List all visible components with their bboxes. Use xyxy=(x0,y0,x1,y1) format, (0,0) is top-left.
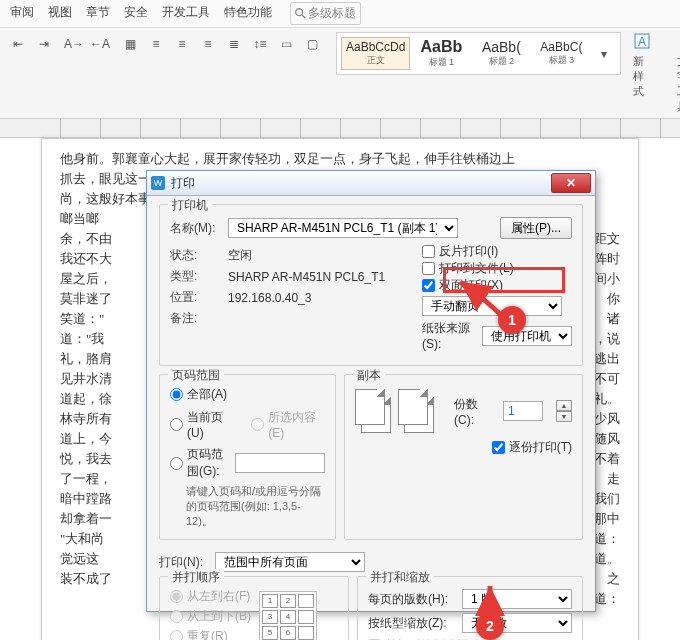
print-dialog: W 打印 ✕ 打印机 名称(M): SHARP AR-M451N PCL6_T1… xyxy=(146,170,596,612)
print-to-file-checkbox[interactable]: 打印到文件(L) xyxy=(422,260,572,277)
align-left-button[interactable]: ≡ xyxy=(144,32,168,56)
comment-label: 备注: xyxy=(170,310,222,327)
scale-label: 按纸型缩放(Z): xyxy=(368,615,456,632)
indent-left-button[interactable]: ⇤ xyxy=(6,32,30,56)
perpage-select[interactable]: 1 版 xyxy=(462,589,572,609)
align-right-button[interactable]: ≡ xyxy=(196,32,220,56)
style-h2[interactable]: AaBb(标题 2 xyxy=(472,36,530,71)
copies-input[interactable] xyxy=(503,401,543,421)
indent-right-button[interactable]: ⇥ xyxy=(32,32,56,56)
range-all-radio[interactable]: 全部(A) xyxy=(170,386,325,403)
style-gallery[interactable]: AaBbCcDd正文 AaBb标题 1 AaBb(标题 2 AaBbC(标题 3… xyxy=(336,32,621,75)
source-label: 纸张来源(S): xyxy=(422,320,476,351)
spin-down[interactable]: ▼ xyxy=(556,411,572,422)
range-selection-radio: 所选内容(E) xyxy=(251,409,325,440)
svg-line-1 xyxy=(302,15,305,18)
copies-legend: 副本 xyxy=(353,367,385,384)
collate-preview-a xyxy=(355,389,384,433)
reverse-checkbox[interactable]: 反片打印(I) xyxy=(422,243,572,260)
search-placeholder: 多级标题 xyxy=(308,3,356,24)
new-style-icon: A xyxy=(633,32,653,52)
paper-source-select[interactable]: 使用打印机设置 xyxy=(482,326,572,346)
order-preview: 123456 xyxy=(259,591,317,641)
range-current-radio[interactable]: 当前页(U) xyxy=(170,409,233,440)
ribbon-toolbar: ⇤ ⇥ A→ ←A ▦ ≡ ≡ ≡ ≣ ↕≡ ▭ ▢ AaBbCcDd正文 Aa… xyxy=(0,28,680,119)
tab-security[interactable]: 安全 xyxy=(124,2,148,25)
search-icon xyxy=(295,8,306,19)
print-what-label: 打印(N): xyxy=(159,554,209,571)
duplex-mode-select[interactable]: 手动翻页 xyxy=(422,296,562,316)
zoom-fieldset: 并打和缩放 每页的版数(H):1 版 按纸型缩放(Z):无缩放 并打时绘制分隔线… xyxy=(357,576,583,640)
properties-button[interactable]: 属性(P)... xyxy=(500,217,572,239)
borders-button[interactable]: ▦ xyxy=(118,32,142,56)
style-h3[interactable]: AaBbC(标题 3 xyxy=(532,37,590,70)
svg-text:A: A xyxy=(638,35,646,49)
copies-spinner[interactable]: ▲▼ xyxy=(556,400,572,422)
tab-features[interactable]: 特色功能 xyxy=(224,2,272,25)
printer-fieldset: 打印机 名称(M): SHARP AR-M451N PCL6_T1 (副本 1)… xyxy=(159,204,583,366)
ltr-button[interactable]: A→ xyxy=(62,32,86,56)
pages-input[interactable] xyxy=(235,453,325,473)
status-value: 空闲 xyxy=(228,247,252,264)
horizontal-ruler[interactable] xyxy=(0,119,680,138)
text-tools-button[interactable]: 文 文字工具 xyxy=(671,32,680,114)
rtl-button[interactable]: ←A xyxy=(88,32,112,56)
callout-2: 2 xyxy=(476,612,504,640)
wps-icon: W xyxy=(151,176,165,190)
name-label: 名称(M): xyxy=(170,220,222,237)
duplex-checkbox[interactable]: 双面打印(X) xyxy=(422,277,572,294)
collate-checkbox[interactable]: 逐份打印(T) xyxy=(355,439,572,456)
tab-review[interactable]: 审阅 xyxy=(10,2,34,25)
range-fieldset: 页码范围 全部(A) 当前页(U) 所选内容(E) 页码范围(G): 请键入页码… xyxy=(159,374,336,540)
tab-devtools[interactable]: 开发工具 xyxy=(162,2,210,25)
line-spacing-button[interactable]: ↕≡ xyxy=(248,32,272,56)
style-h1[interactable]: AaBb标题 1 xyxy=(412,35,470,72)
collate-preview-b xyxy=(398,389,427,433)
order-tb-radio: 从上到下(B) xyxy=(170,608,251,625)
range-pages-radio[interactable]: 页码范围(G): xyxy=(170,446,325,480)
doc-line: 他身前。郭襄童心大起，展开家传轻功，双足一点，身子飞起，伸手往铁桶边上 xyxy=(60,149,620,169)
spin-up[interactable]: ▲ xyxy=(556,400,572,411)
align-center-button[interactable]: ≡ xyxy=(170,32,194,56)
order-legend: 并打顺序 xyxy=(168,569,224,586)
zoom-legend: 并打和缩放 xyxy=(366,569,434,586)
callout-1: 1 xyxy=(498,306,526,334)
range-legend: 页码范围 xyxy=(168,367,224,384)
svg-point-0 xyxy=(296,9,303,16)
tab-chapter[interactable]: 章节 xyxy=(86,2,110,25)
order-rep-radio: 重复(R) xyxy=(170,628,251,640)
style-body[interactable]: AaBbCcDd正文 xyxy=(341,37,410,70)
where-value: 192.168.0.40_3 xyxy=(228,291,311,305)
ribbon-search[interactable]: 多级标题 xyxy=(290,2,361,25)
order-fieldset: 并打顺序 从左到右(F) 从上到下(B) 重复(R) 123456 xyxy=(159,576,349,640)
printer-select[interactable]: SHARP AR-M451N PCL6_T1 (副本 1) xyxy=(228,218,458,238)
close-button[interactable]: ✕ xyxy=(551,173,591,193)
range-hint: 请键入页码和/或用逗号分隔的页码范围(例如: 1,3,5-12)。 xyxy=(186,484,325,529)
print-what-select[interactable]: 范围中所有页面 xyxy=(215,552,365,572)
printer-legend: 打印机 xyxy=(168,197,212,214)
status-label: 状态: xyxy=(170,247,222,264)
type-label: 类型: xyxy=(170,268,222,285)
style-more-button[interactable]: ▾ xyxy=(592,42,616,66)
dialog-titlebar[interactable]: W 打印 ✕ xyxy=(147,171,595,196)
dialog-title: 打印 xyxy=(171,175,551,192)
perpage-label: 每页的版数(H): xyxy=(368,591,456,608)
shading-button[interactable]: ▭ xyxy=(274,32,298,56)
where-label: 位置: xyxy=(170,289,222,306)
tab-view[interactable]: 视图 xyxy=(48,2,72,25)
order-lr-radio: 从左到右(F) xyxy=(170,588,251,605)
type-value: SHARP AR-M451N PCL6_T1 xyxy=(228,270,385,284)
copies-label: 份数(C): xyxy=(454,396,489,427)
align-justify-button[interactable]: ≣ xyxy=(222,32,246,56)
copies-fieldset: 副本 份数(C): ▲▼ 逐份打印(T) xyxy=(344,374,583,540)
ribbon-tabs: 审阅 视图 章节 安全 开发工具 特色功能 多级标题 xyxy=(0,0,680,28)
border-button[interactable]: ▢ xyxy=(300,32,324,56)
new-style-button[interactable]: A 新样式 xyxy=(627,32,659,99)
